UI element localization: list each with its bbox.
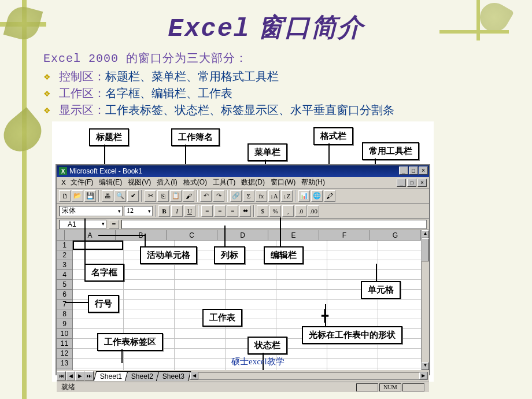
callout-formatbar: 格式栏	[313, 127, 353, 145]
row-11[interactable]: 11	[57, 339, 72, 349]
active-cell[interactable]	[73, 241, 123, 250]
scroll-up-icon[interactable]: ▲	[422, 230, 429, 238]
row-4[interactable]: 4	[57, 270, 72, 280]
spell-icon[interactable]: ✔	[127, 190, 139, 202]
row-9[interactable]: 9	[57, 319, 72, 329]
row-7[interactable]: 7	[57, 300, 72, 309]
tab-last-icon[interactable]: ⏭	[84, 371, 94, 380]
preview-icon[interactable]: 🔍	[114, 190, 126, 202]
doc-close[interactable]: ×	[418, 179, 427, 187]
menu-edit[interactable]: 编辑(E)	[97, 178, 124, 187]
tab-sheet3[interactable]: Sheet3	[156, 371, 191, 381]
bullet-2: ❖ 工作区： 名字框、编辑栏、工作表	[43, 86, 509, 101]
col-G[interactable]: G	[370, 230, 421, 240]
menu-insert[interactable]: 插入(I)	[154, 178, 179, 187]
drawing-icon[interactable]: 🖍	[324, 190, 335, 202]
tab-next-icon[interactable]: ▶	[75, 371, 84, 380]
doc-restore[interactable]: ❐	[407, 179, 416, 187]
row-6[interactable]: 6	[57, 290, 72, 300]
open-icon[interactable]: 📂	[72, 190, 83, 202]
bullet-1-rest: 标题栏、菜单栏、常用格式工具栏	[105, 69, 279, 84]
bold-icon[interactable]: B	[158, 205, 170, 217]
separator	[253, 205, 254, 217]
sort-desc-icon[interactable]: ↓Z	[281, 190, 293, 202]
tab-sheet1-label: Sheet1	[100, 372, 122, 380]
menu-data[interactable]: 数据(D)	[239, 178, 267, 187]
vertical-scrollbar[interactable]: ▲ ▼	[421, 230, 429, 370]
format-toolbar: 宋体 12 B I U ≡ ≡ ≡ ⬌ $ % , .0 .00	[57, 204, 429, 219]
row-1[interactable]: 1	[57, 241, 72, 250]
undo-icon[interactable]: ↶	[200, 190, 212, 202]
fx-icon[interactable]: fx	[256, 190, 267, 202]
ptr-rowlabel	[65, 302, 88, 303]
horizontal-scrollbar[interactable]: ◀ ▶	[190, 372, 428, 380]
bullet-2-rest: 名字框、编辑栏、工作表	[105, 86, 232, 101]
new-icon[interactable]: 🗋	[59, 190, 71, 202]
diamond-icon: ❖	[43, 89, 51, 100]
row-8[interactable]: 8	[57, 309, 72, 319]
menu-format[interactable]: 格式(O)	[181, 178, 209, 187]
scroll-thumb[interactable]	[422, 238, 429, 261]
redo-icon[interactable]: ↷	[213, 190, 224, 202]
save-icon[interactable]: 💾	[84, 190, 96, 202]
percent-icon[interactable]: %	[269, 205, 281, 217]
align-center-icon[interactable]: ≡	[214, 205, 226, 217]
callout-menubar: 菜单栏	[247, 143, 287, 161]
underline-icon[interactable]: U	[184, 205, 195, 217]
fontsize-combo[interactable]: 12	[124, 206, 153, 216]
row-12[interactable]: 12	[57, 349, 72, 359]
row-10[interactable]: 10	[57, 329, 72, 339]
link-icon[interactable]: 🔗	[230, 190, 242, 202]
window-buttons: _ □ ×	[399, 167, 428, 175]
tab-sheet2[interactable]: Sheet2	[125, 371, 160, 381]
menu-help[interactable]: 帮助(H)	[299, 178, 327, 187]
col-E[interactable]: E	[268, 230, 319, 240]
currency-icon[interactable]: $	[257, 205, 268, 217]
row-5[interactable]: 5	[57, 280, 72, 290]
merge-icon[interactable]: ⬌	[239, 205, 251, 217]
menu-window[interactable]: 窗口(W)	[268, 178, 298, 187]
paste-icon[interactable]: 📋	[170, 190, 182, 202]
italic-icon[interactable]: I	[171, 205, 183, 217]
formula-input[interactable]	[121, 220, 427, 229]
col-F[interactable]: F	[319, 230, 370, 240]
menu-tools[interactable]: 工具(T)	[210, 178, 238, 187]
maximize-button[interactable]: □	[409, 167, 418, 175]
format-painter-icon[interactable]: 🖌	[183, 190, 194, 202]
doc-minimize[interactable]: _	[397, 179, 406, 187]
scroll-left-icon[interactable]: ◀	[190, 372, 198, 379]
tab-prev-icon[interactable]: ◀	[66, 371, 75, 380]
titlebar: X Microsoft Excel - Book1 _ □ ×	[57, 165, 429, 177]
scroll-down-icon[interactable]: ▼	[422, 362, 429, 370]
scroll-right-icon[interactable]: ▶	[419, 372, 427, 379]
map-icon[interactable]: 🌐	[311, 190, 323, 202]
select-all-corner[interactable]	[57, 230, 65, 240]
sort-asc-icon[interactable]: ↓A	[268, 190, 280, 202]
bullet-1: ❖ 控制区： 标题栏、菜单栏、常用格式工具栏	[43, 69, 509, 84]
inc-decimal-icon[interactable]: .0	[295, 205, 306, 217]
col-C[interactable]: C	[167, 230, 217, 240]
minimize-button[interactable]: _	[399, 167, 408, 175]
menu-file[interactable]: 文件(F)	[68, 178, 95, 187]
name-box[interactable]: A1	[59, 220, 106, 229]
tab-first-icon[interactable]: ⏮	[57, 371, 66, 380]
align-right-icon[interactable]: ≡	[227, 205, 238, 217]
print-icon[interactable]: 🖶	[102, 190, 113, 202]
diamond-icon: ❖	[43, 106, 51, 117]
cut-icon[interactable]: ✂	[145, 190, 156, 202]
font-combo[interactable]: 宋体	[59, 206, 123, 216]
menu-view[interactable]: 视图(V)	[125, 178, 153, 187]
close-button[interactable]: ×	[419, 167, 428, 175]
dec-decimal-icon[interactable]: .00	[308, 205, 319, 217]
callout-tabarea: 工作表标签区	[97, 333, 163, 351]
row-13[interactable]: 13	[57, 359, 72, 368]
row-2[interactable]: 2	[57, 250, 72, 260]
align-left-icon[interactable]: ≡	[201, 205, 213, 217]
tab-sheet1[interactable]: Sheet1	[94, 371, 129, 381]
comma-icon[interactable]: ,	[282, 205, 294, 217]
row-3[interactable]: 3	[57, 260, 72, 270]
chart-icon[interactable]: 📊	[298, 190, 310, 202]
equals-button[interactable]: =	[109, 220, 119, 229]
sum-icon[interactable]: Σ	[243, 190, 254, 202]
copy-icon[interactable]: ⎘	[157, 190, 169, 202]
